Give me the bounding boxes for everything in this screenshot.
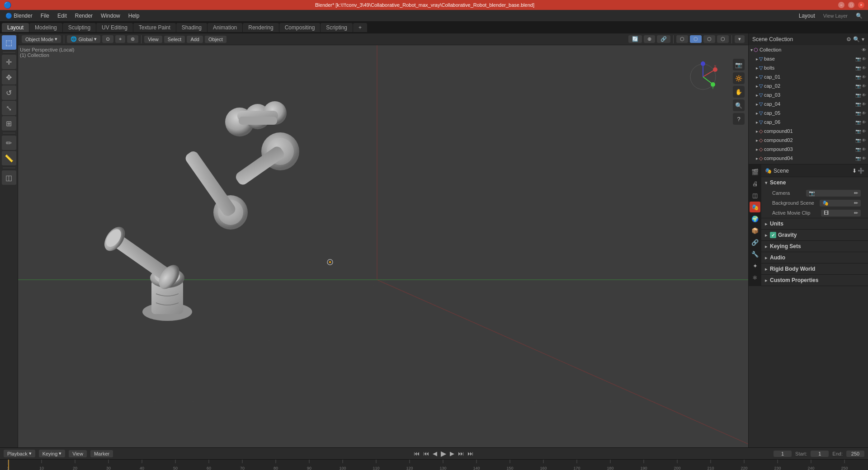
vp-snap-btn[interactable]: 🔗	[657, 35, 670, 43]
outliner-cap03[interactable]: ▸ ▽ cap_03 📷 👁	[749, 90, 868, 99]
tool-cursor[interactable]: ✛	[2, 55, 16, 69]
start-frame[interactable]: 1	[811, 451, 829, 457]
tab-shading[interactable]: Shading	[176, 23, 207, 32]
vp-render-mode-btn[interactable]: 🔆	[733, 72, 745, 84]
props-browse-btn[interactable]: ⬇	[852, 168, 857, 174]
global-selector[interactable]: 🌐 Global ▾	[67, 35, 100, 43]
bg-scene-select[interactable]: 🎭 ✏	[820, 200, 861, 207]
object-menu-btn[interactable]: Object	[205, 36, 226, 43]
outliner-search-icon[interactable]: 🔍	[853, 36, 860, 42]
tool-rotate[interactable]: ↺	[2, 85, 16, 100]
outliner-compound01[interactable]: ▸ ◇ compound01 📷 👁	[749, 127, 868, 136]
movie-clip-select[interactable]: 🎞 ✏	[821, 210, 861, 216]
outliner-cap06[interactable]: ▸ ▽ cap_06 📷 👁	[749, 118, 868, 127]
prev-keyframe-btn[interactable]: ⏮	[422, 450, 430, 457]
tool-annotate[interactable]: ✏	[2, 136, 16, 150]
tab-add[interactable]: +	[353, 23, 367, 32]
visibility-icon[interactable]: 👁	[862, 47, 866, 52]
pencil-icon-3[interactable]: ✏	[854, 210, 858, 216]
playback-menu[interactable]: Playback ▾	[4, 450, 35, 457]
tab-compositing[interactable]: Compositing	[279, 23, 321, 32]
workspace-selector[interactable]: Layout	[795, 12, 819, 20]
snapping-btn[interactable]: ⌖	[115, 35, 125, 43]
gravity-section-header[interactable]: ▸ ✓ Gravity	[761, 230, 868, 240]
jump-start-btn[interactable]: ⏮	[413, 450, 420, 457]
step-forward-btn[interactable]: ▶	[449, 450, 455, 457]
nav-gizmo[interactable]: X Y Z	[687, 61, 719, 93]
next-keyframe-btn[interactable]: ⏭	[457, 450, 465, 457]
animation-ruler[interactable]: 1 10 20 30 40 50 60 70 80 90	[0, 460, 868, 470]
vp-gizmo-btn[interactable]: ⊕	[644, 35, 655, 43]
rigidbody-section-header[interactable]: ▸ Rigid Body World	[761, 263, 868, 274]
vp-zoom-btn[interactable]: 🔍	[733, 99, 745, 111]
tool-select[interactable]: ⬚	[2, 35, 16, 50]
view-menu[interactable]: View	[69, 450, 87, 457]
scene-section-header[interactable]: ▾ Scene	[761, 177, 868, 188]
jump-end-btn[interactable]: ⏭	[467, 450, 474, 457]
menu-window[interactable]: Window	[97, 12, 124, 20]
prop-object-icon[interactable]: 📦	[750, 225, 760, 236]
pencil-icon[interactable]: ✏	[854, 190, 858, 196]
add-menu-btn[interactable]: Add	[187, 36, 203, 43]
nav-gizmo-container[interactable]: X Y Z	[687, 61, 719, 94]
tab-layout[interactable]: Layout	[2, 23, 29, 32]
view-menu-btn[interactable]: View	[144, 36, 162, 43]
outliner-base[interactable]: ▸ ▽ base 📷 👁	[749, 54, 868, 63]
camera-select[interactable]: 📷 ✏	[806, 190, 861, 197]
tab-scripting[interactable]: Scripting	[321, 23, 353, 32]
close-button[interactable]: ×	[858, 2, 864, 8]
select-menu-btn[interactable]: Select	[164, 36, 185, 43]
end-frame[interactable]: 250	[846, 451, 864, 457]
props-new-btn[interactable]: ➕	[858, 168, 864, 174]
tab-animation[interactable]: Animation	[208, 23, 242, 32]
prop-physics-icon[interactable]: ⚛	[750, 272, 760, 283]
tool-scale[interactable]: ⤡	[2, 101, 16, 115]
tab-sculpting[interactable]: Sculpting	[63, 23, 96, 32]
visibility-eye-icon[interactable]: 👁	[862, 56, 866, 61]
step-back-btn[interactable]: ◀	[432, 450, 438, 457]
outliner-settings-icon[interactable]: ▾	[862, 36, 864, 42]
tab-uv-editing[interactable]: UV Editing	[96, 23, 133, 32]
vp-wire-btn[interactable]: ⬡	[676, 35, 688, 43]
prop-viewlayer-icon[interactable]: ◫	[750, 190, 760, 201]
maximize-button[interactable]: □	[848, 2, 854, 8]
outliner-filter-icon[interactable]: ⚙	[846, 36, 851, 42]
units-section-header[interactable]: ▸ Units	[761, 218, 868, 229]
vp-settings-btn[interactable]: ▾	[735, 35, 745, 43]
outliner-compound02[interactable]: ▸ ◇ compound02 📷 👁	[749, 136, 868, 145]
outliner-collection[interactable]: ▾ ⬡ Collection 👁	[749, 45, 868, 54]
outliner-compound04[interactable]: ▸ ◇ compound04 📷 👁	[749, 154, 868, 163]
menu-edit[interactable]: Edit	[54, 12, 71, 20]
vp-help-btn[interactable]: ?	[733, 113, 745, 125]
menu-render[interactable]: Render	[71, 12, 96, 20]
prop-constraints-icon[interactable]: 🔗	[750, 237, 760, 248]
prop-scene-icon[interactable]: 🎭	[750, 202, 760, 212]
vp-overlay-btn[interactable]: 🔄	[628, 35, 642, 43]
vp-material-btn[interactable]: ⬡	[703, 35, 715, 43]
vp-render-btn[interactable]: ⬡	[717, 35, 729, 43]
outliner-cap02[interactable]: ▸ ▽ cap_02 📷 👁	[749, 81, 868, 90]
play-btn[interactable]: ▶	[440, 449, 447, 458]
window-controls[interactable]: − □ ×	[838, 2, 864, 8]
restrict-render-icon[interactable]: 📷	[855, 56, 861, 61]
tab-rendering[interactable]: Rendering	[243, 23, 278, 32]
menu-file[interactable]: File	[37, 12, 53, 20]
keying-menu[interactable]: Keying ▾	[39, 450, 66, 457]
outliner-bolts[interactable]: ▸ ▽ bolts 📷 👁	[749, 63, 868, 72]
tool-transform[interactable]: ⊞	[2, 116, 16, 131]
gravity-checkbox[interactable]: ✓	[770, 232, 776, 238]
vp-camera-btn[interactable]: 📷	[733, 59, 745, 70]
tab-texture-paint[interactable]: Texture Paint	[133, 23, 176, 32]
pencil-icon-2[interactable]: ✏	[854, 200, 858, 206]
prop-modifiers-icon[interactable]: 🔧	[750, 249, 760, 259]
viewport-canvas[interactable]: User Perspective (Local) (1) Collection …	[18, 45, 748, 447]
vp-grab-btn[interactable]: ✋	[733, 86, 745, 98]
current-frame-display[interactable]: 1	[774, 451, 792, 457]
marker-menu[interactable]: Marker	[90, 450, 113, 457]
audio-section-header[interactable]: ▸ Audio	[761, 252, 868, 263]
keying-section-header[interactable]: ▸ Keying Sets	[761, 241, 868, 252]
prop-render-icon[interactable]: 🎬	[750, 166, 760, 177]
viewport[interactable]: Object Mode ▾ 🌐 Global ▾ ⊙ ⌖ ⊚ View Sele…	[18, 33, 748, 447]
vp-solid-btn[interactable]: ⬡	[690, 35, 702, 43]
tool-move[interactable]: ✥	[2, 70, 16, 85]
